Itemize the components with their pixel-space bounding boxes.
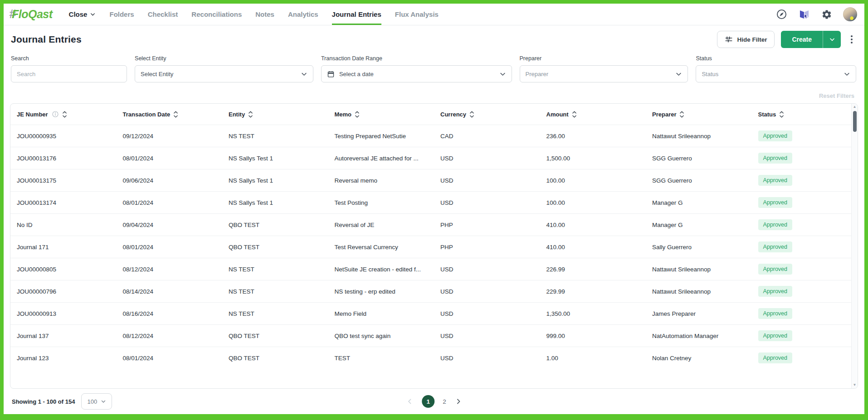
- page-button-2[interactable]: 2: [443, 398, 446, 405]
- scroll-down-arrow[interactable]: ▼: [853, 382, 857, 388]
- next-page-button[interactable]: [454, 398, 462, 405]
- header-actions: Hide Filter Create: [717, 31, 856, 48]
- cell-preparer: SGG Guerrero: [646, 155, 752, 162]
- cell-currency: USD: [434, 177, 540, 184]
- guide-book-icon[interactable]: [798, 8, 810, 21]
- sort-icon[interactable]: [680, 111, 684, 118]
- table-row[interactable]: JOU00000796 08/14/2024 NS TEST NS testin…: [10, 280, 858, 302]
- table-row[interactable]: JOU00013174 08/01/2024 NS Sallys Test 1 …: [10, 191, 858, 213]
- primary-nav: Close Folders Checklist Reconciliations …: [69, 4, 439, 25]
- column-header-entity[interactable]: Entity: [222, 111, 328, 118]
- sort-icon[interactable]: [470, 111, 474, 118]
- cell-entity: NS TEST: [222, 133, 328, 140]
- cell-status: Approved: [752, 175, 858, 186]
- search-label: Search: [11, 55, 127, 62]
- nav-item-notes[interactable]: Notes: [255, 4, 274, 25]
- cell-je-number: JOU00000796: [10, 288, 117, 295]
- nav-item-journal-entries[interactable]: Journal Entries: [332, 4, 381, 25]
- floqast-logo[interactable]: # FloQast: [9, 7, 53, 21]
- cell-je-number: JOU00013174: [10, 199, 117, 206]
- status-select[interactable]: Status: [696, 65, 856, 82]
- table-row[interactable]: JOU00013175 09/06/2024 NS Sallys Test 1 …: [10, 169, 858, 191]
- cell-amount: 236.00: [540, 133, 646, 140]
- top-nav-bar: # FloQast Close Folders Checklist Reconc…: [4, 4, 864, 25]
- column-header-transaction-date[interactable]: Transaction Date: [117, 111, 223, 118]
- table-footer: Showing 1 - 100 of 154 100 1 2: [4, 389, 864, 414]
- page-button-1[interactable]: 1: [422, 395, 434, 408]
- cell-entity: NS TEST: [222, 266, 328, 273]
- hide-filter-button[interactable]: Hide Filter: [717, 31, 775, 48]
- scrollbar-thumb[interactable]: [853, 111, 857, 132]
- compass-icon[interactable]: [775, 8, 788, 21]
- create-button[interactable]: Create: [781, 31, 823, 48]
- nav-item-flux-analysis[interactable]: Flux Analysis: [395, 4, 439, 25]
- preparer-select[interactable]: Preparer: [520, 65, 688, 82]
- nav-item-close[interactable]: Close: [69, 4, 96, 25]
- sort-icon[interactable]: [355, 111, 359, 118]
- cell-currency: USD: [434, 310, 540, 317]
- cell-transaction-date: 08/01/2024: [117, 355, 223, 362]
- table-row[interactable]: JOU00000805 08/12/2024 NS TEST NetSuite …: [10, 258, 858, 280]
- status-badge: Approved: [758, 153, 793, 164]
- sort-icon[interactable]: [780, 111, 784, 118]
- chevron-down-icon: [675, 71, 682, 77]
- nav-item-folders[interactable]: Folders: [109, 4, 134, 25]
- table-row[interactable]: Journal 171 08/01/2024 QBO TEST Test Rev…: [10, 236, 858, 258]
- filter-bar: Search Select Entity Select Entity Trans…: [4, 52, 864, 90]
- reset-filters-link[interactable]: Reset Filters: [819, 92, 854, 99]
- table-row[interactable]: Journal 137 08/12/2024 QBO TEST QBO test…: [10, 324, 858, 347]
- scroll-up-arrow[interactable]: ▲: [853, 104, 857, 110]
- column-header-currency[interactable]: Currency: [434, 111, 540, 118]
- cell-memo: TEST: [328, 355, 434, 362]
- cell-status: Approved: [752, 264, 858, 275]
- vertical-scrollbar[interactable]: ▲ ▼: [851, 104, 858, 388]
- avatar[interactable]: [843, 7, 857, 21]
- cell-amount: 999.00: [540, 333, 646, 339]
- table-row[interactable]: Journal 123 08/01/2024 QBO TEST TEST USD…: [10, 347, 858, 369]
- column-header-status[interactable]: Status: [752, 111, 858, 118]
- cell-amount: 226.99: [540, 266, 646, 273]
- page-size-select[interactable]: 100: [81, 393, 112, 410]
- cell-currency: USD: [434, 333, 540, 339]
- table-row[interactable]: No ID 09/04/2024 QBO TEST Reversal of JE…: [10, 213, 858, 236]
- chevron-down-icon: [829, 36, 835, 43]
- cell-currency: CAD: [434, 133, 540, 140]
- sort-icon[interactable]: [249, 111, 253, 118]
- date-range-select[interactable]: Select a date: [321, 65, 512, 82]
- cell-currency: PHP: [434, 244, 540, 251]
- cell-status: Approved: [752, 153, 858, 164]
- sort-icon[interactable]: [572, 111, 576, 118]
- status-badge: Approved: [758, 175, 793, 186]
- column-header-je-number[interactable]: JE Number: [10, 111, 117, 118]
- cell-entity: QBO TEST: [222, 333, 328, 339]
- nav-item-reconciliations[interactable]: Reconciliations: [191, 4, 242, 25]
- entity-select[interactable]: Select Entity: [135, 65, 313, 82]
- gear-icon[interactable]: [820, 8, 833, 21]
- kebab-menu-icon[interactable]: [847, 33, 856, 46]
- table-row[interactable]: JOU00000913 08/16/2024 NS TEST Memo Fiel…: [10, 302, 858, 324]
- journal-entries-table: JE Number Transaction Date Entity Memo C…: [10, 103, 858, 389]
- column-header-memo[interactable]: Memo: [328, 111, 434, 118]
- status-badge: Approved: [758, 352, 793, 363]
- cell-je-number: JOU00000805: [10, 266, 117, 273]
- nav-item-checklist[interactable]: Checklist: [148, 4, 178, 25]
- column-header-preparer[interactable]: Preparer: [646, 111, 752, 118]
- cell-entity: NS TEST: [222, 288, 328, 295]
- previous-page-button[interactable]: [406, 398, 414, 405]
- cell-currency: USD: [434, 266, 540, 273]
- sort-icon[interactable]: [174, 111, 178, 118]
- nav-item-analytics[interactable]: Analytics: [288, 4, 318, 25]
- create-dropdown-button[interactable]: [823, 31, 841, 48]
- cell-memo: Autoreversal JE attached for ...: [328, 155, 434, 162]
- column-header-amount[interactable]: Amount: [540, 111, 646, 118]
- cell-amount: 1.00: [540, 355, 646, 362]
- search-input[interactable]: [17, 71, 121, 77]
- cell-status: Approved: [752, 197, 858, 208]
- status-badge: Approved: [758, 197, 793, 208]
- table-row[interactable]: JOU00000935 09/12/2024 NS TEST Testing P…: [10, 125, 858, 147]
- sort-icon[interactable]: [63, 111, 67, 118]
- cell-transaction-date: 09/06/2024: [117, 177, 223, 184]
- table-header-row: JE Number Transaction Date Entity Memo C…: [10, 104, 858, 125]
- info-icon[interactable]: [52, 111, 59, 118]
- table-row[interactable]: JOU00013176 08/01/2024 NS Sallys Test 1 …: [10, 147, 858, 169]
